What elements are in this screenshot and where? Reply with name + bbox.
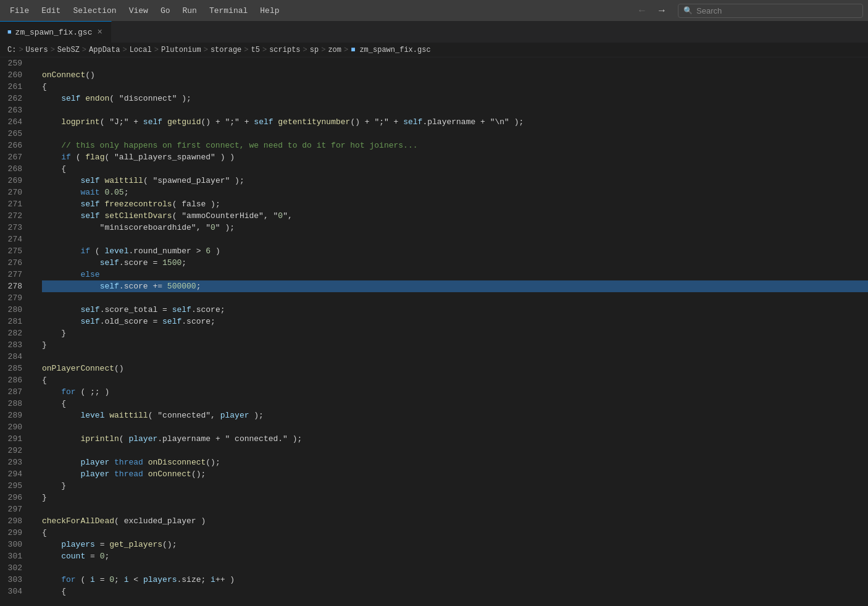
code-line-297 <box>42 503 868 515</box>
breadcrumb-users[interactable]: Users <box>26 46 48 54</box>
line-num-298: 298 <box>6 515 22 527</box>
nav-forward-button[interactable]: → <box>653 4 670 17</box>
code-area[interactable]: onConnect(){ self endon( "disconnect" );… <box>32 57 868 603</box>
breadcrumb-sp[interactable]: sp <box>310 46 319 54</box>
line-num-267: 267 <box>6 151 22 163</box>
search-icon: 🔍 <box>683 6 693 15</box>
breadcrumb-zom[interactable]: zom <box>328 46 341 54</box>
tab-close-button[interactable]: × <box>96 27 103 38</box>
line-num-300: 300 <box>6 539 22 550</box>
editor: 2592602612622632642652662672682692702712… <box>0 57 868 603</box>
breadcrumb-appdata[interactable]: AppData <box>89 46 120 54</box>
code-line-262: self endon( "disconnect" ); <box>42 93 868 104</box>
tab-bar: ■ zm_spawn_fix.gsc × <box>0 22 868 43</box>
search-bar: 🔍 <box>678 4 863 18</box>
line-num-289: 289 <box>6 410 22 421</box>
code-line-304: { <box>42 586 868 597</box>
code-line-272: self setClientDvars( "ammoCounterHide", … <box>42 210 868 222</box>
line-num-271: 271 <box>6 198 22 210</box>
code-line-301: count = 0; <box>42 550 868 562</box>
code-line-285: onPlayerConnect() <box>42 363 868 374</box>
line-num-265: 265 <box>6 128 22 140</box>
code-line-276: self.score = 1500; <box>42 257 868 269</box>
code-line-261: { <box>42 81 868 93</box>
menu-run[interactable]: Run <box>177 4 201 18</box>
menu-selection[interactable]: Selection <box>68 4 121 18</box>
line-num-276: 276 <box>6 257 22 269</box>
code-line-264: logprint( "J;" + self getguid() + ";" + … <box>42 116 868 128</box>
code-line-298: checkForAllDead( excluded_player ) <box>42 515 868 527</box>
code-line-267: if ( flag( "all_players_spawned" ) ) <box>42 151 868 163</box>
breadcrumb-filename: zm_spawn_fix.gsc <box>359 46 430 54</box>
code-line-269: self waittill( "spawned_player" ); <box>42 175 868 187</box>
line-num-301: 301 <box>6 550 22 562</box>
code-line-288: { <box>42 398 868 410</box>
code-line-266: // this only happens on first connect, w… <box>42 140 868 151</box>
line-num-299: 299 <box>6 527 22 539</box>
menu-go[interactable]: Go <box>156 4 175 18</box>
code-line-274 <box>42 234 868 245</box>
code-line-282: } <box>42 327 868 339</box>
code-line-263 <box>42 104 868 116</box>
code-line-273: "miniscoreboardhide", "0" ); <box>42 222 868 234</box>
line-num-287: 287 <box>6 386 22 398</box>
code-line-300: players = get_players(); <box>42 539 868 550</box>
breadcrumb: C: > Users > SebSZ > AppData > Local > P… <box>0 43 868 57</box>
code-line-277: else <box>42 269 868 280</box>
code-line-284 <box>42 351 868 363</box>
line-num-294: 294 <box>6 468 22 480</box>
code-line-302 <box>42 562 868 574</box>
code-line-289: level waittill( "connected", player ); <box>42 410 868 421</box>
line-num-295: 295 <box>6 480 22 492</box>
line-num-303: 303 <box>6 574 22 586</box>
line-num-264: 264 <box>6 116 22 128</box>
line-num-288: 288 <box>6 398 22 410</box>
code-line-299: { <box>42 527 868 539</box>
code-line-292 <box>42 445 868 457</box>
menu-file[interactable]: File <box>5 4 34 18</box>
line-num-273: 273 <box>6 222 22 234</box>
line-num-259: 259 <box>6 57 22 69</box>
menu-terminal[interactable]: Terminal <box>204 4 252 18</box>
nav-back-button[interactable]: ← <box>633 4 651 17</box>
line-num-292: 292 <box>6 445 22 457</box>
line-num-277: 277 <box>6 269 22 280</box>
line-num-274: 274 <box>6 234 22 245</box>
code-line-286: { <box>42 374 868 386</box>
line-num-280: 280 <box>6 304 22 316</box>
menu-help[interactable]: Help <box>255 4 284 18</box>
nav-buttons: ← → 🔍 <box>633 4 863 18</box>
code-line-287: for ( ;; ) <box>42 386 868 398</box>
line-num-304: 304 <box>6 586 22 597</box>
code-line-295: } <box>42 480 868 492</box>
line-num-281: 281 <box>6 316 22 327</box>
search-input[interactable] <box>696 6 858 15</box>
breadcrumb-storage[interactable]: storage <box>211 46 241 54</box>
code-line-279 <box>42 292 868 304</box>
line-num-266: 266 <box>6 140 22 151</box>
code-line-293: player thread onDisconnect(); <box>42 457 868 468</box>
code-line-270: wait 0.05; <box>42 187 868 198</box>
line-num-260: 260 <box>6 69 22 81</box>
line-num-284: 284 <box>6 351 22 363</box>
code-line-275: if ( level.round_number > 6 ) <box>42 245 868 257</box>
breadcrumb-t5[interactable]: t5 <box>251 46 260 54</box>
line-num-297: 297 <box>6 503 22 515</box>
code-line-260: onConnect() <box>42 69 868 81</box>
line-num-293: 293 <box>6 457 22 468</box>
tab-zm-spawn-fix[interactable]: ■ zm_spawn_fix.gsc × <box>0 21 112 43</box>
tab-file-icon: ■ <box>7 28 12 36</box>
breadcrumb-scripts[interactable]: scripts <box>269 46 300 54</box>
line-num-272: 272 <box>6 210 22 222</box>
breadcrumb-local[interactable]: Local <box>130 46 152 54</box>
line-num-291: 291 <box>6 433 22 445</box>
menu-view[interactable]: View <box>124 4 153 18</box>
line-num-296: 296 <box>6 492 22 503</box>
breadcrumb-c[interactable]: C: <box>7 46 16 54</box>
breadcrumb-sebsz[interactable]: SebSZ <box>57 46 80 54</box>
breadcrumb-plutonium[interactable]: Plutonium <box>161 46 201 54</box>
line-num-261: 261 <box>6 81 22 93</box>
line-num-290: 290 <box>6 421 22 433</box>
menu-edit[interactable]: Edit <box>36 4 65 18</box>
line-num-262: 262 <box>6 93 22 104</box>
